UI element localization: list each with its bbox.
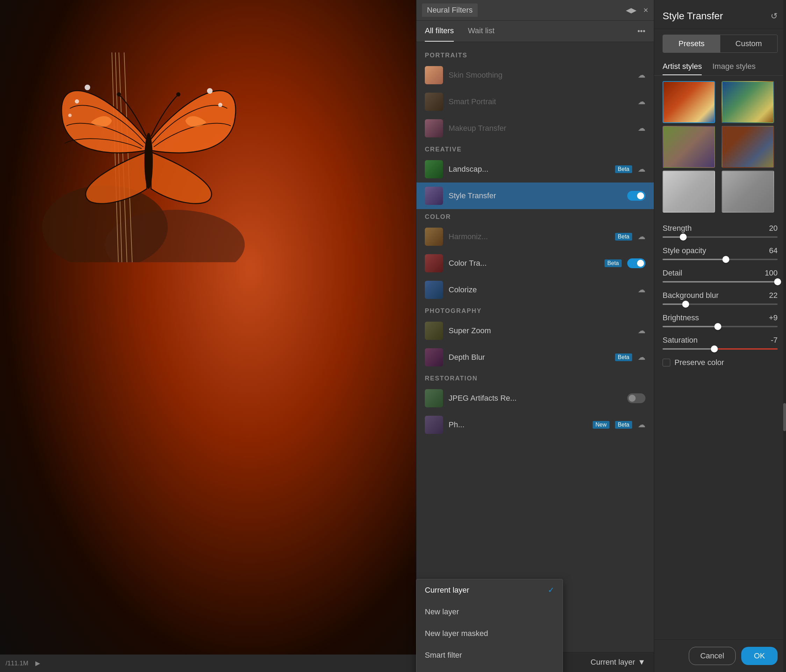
filter-name-super-zoom: Super Zoom	[449, 326, 632, 335]
dropdown-item-new-layer-masked[interactable]: New layer masked	[417, 623, 563, 644]
filter-item-smart-portrait[interactable]: Smart Portrait ☁	[417, 88, 654, 115]
svg-point-7	[75, 99, 79, 104]
section-creative: CREATIVE	[417, 141, 654, 156]
dropdown-item-new-document[interactable]: New document	[417, 666, 563, 672]
slider-value-background-blur: 22	[769, 291, 778, 300]
dropdown-label-current-layer: Current layer	[425, 586, 469, 595]
style-thumb-4[interactable]	[722, 126, 774, 168]
reset-icon[interactable]: ↺	[770, 11, 778, 21]
slider-label-saturation: Saturation	[663, 336, 698, 345]
slider-track-saturation[interactable]	[663, 348, 778, 350]
output-dropdown-menu: Current layer ✓ New layer New layer mask…	[416, 579, 563, 672]
toggle-jpeg-artifacts[interactable]	[627, 393, 645, 403]
cloud-download-icon-2[interactable]: ☁	[638, 97, 645, 106]
slider-value-strength: 20	[769, 224, 778, 233]
filter-item-landscape[interactable]: Landscap... Beta ☁	[417, 156, 654, 182]
dropdown-label-new-layer-masked: New layer masked	[425, 629, 488, 638]
cloud-download-icon-5[interactable]: ☁	[638, 232, 645, 241]
filter-item-style-transfer[interactable]: Style Transfer	[417, 182, 654, 209]
slider-thumb-strength[interactable]	[680, 234, 687, 240]
filter-name-ph: Ph...	[449, 420, 587, 429]
filter-thumb-harmonize	[425, 228, 443, 246]
section-restoration: RESTORATION	[417, 371, 654, 385]
slider-thumb-brightness[interactable]	[714, 323, 721, 330]
slider-row-saturation: Saturation -7	[663, 336, 778, 350]
status-bar: /111.1M ▶	[0, 655, 416, 672]
panel-arrows-icon[interactable]: ◀▶	[626, 6, 637, 14]
cloud-download-icon-8[interactable]: ☁	[638, 353, 645, 362]
badge-beta-ph: Beta	[615, 421, 632, 429]
artist-styles-tab[interactable]: Artist styles	[663, 58, 702, 75]
filter-item-depth-blur[interactable]: Depth Blur Beta ☁	[417, 344, 654, 371]
filter-thumb-colorize	[425, 281, 443, 299]
tab-all-filters[interactable]: All filters	[425, 20, 454, 42]
status-arrow[interactable]: ▶	[35, 659, 40, 667]
panel-tabs: All filters Wait list •••	[417, 20, 654, 42]
slider-track-brightness[interactable]	[663, 326, 778, 327]
presets-tab[interactable]: Presets	[663, 35, 720, 52]
filter-item-makeup-transfer[interactable]: Makeup Transfer ☁	[417, 115, 654, 141]
filter-name-makeup-transfer: Makeup Transfer	[449, 124, 632, 133]
canvas-area: /111.1M ▶	[0, 0, 416, 672]
cloud-download-icon[interactable]: ☁	[638, 71, 645, 80]
slider-row-background-blur: Background blur 22	[663, 291, 778, 305]
filter-item-jpeg-artifacts[interactable]: JPEG Artifacts Re...	[417, 385, 654, 411]
cloud-download-icon-7[interactable]: ☁	[638, 326, 645, 335]
slider-thumb-style-opacity[interactable]	[722, 256, 729, 263]
filter-name-harmonize: Harmoniz...	[449, 232, 610, 241]
filter-name-style-transfer: Style Transfer	[449, 191, 622, 200]
slider-thumb-saturation[interactable]	[711, 345, 718, 352]
slider-track-detail[interactable]	[663, 281, 778, 283]
cancel-button[interactable]: Cancel	[689, 647, 736, 665]
cloud-download-icon-4[interactable]: ☁	[638, 165, 645, 174]
filter-item-super-zoom[interactable]: Super Zoom ☁	[417, 317, 654, 344]
style-thumb-5[interactable]	[663, 171, 715, 213]
dropdown-item-new-layer[interactable]: New layer	[417, 601, 563, 623]
settings-scrollbar[interactable]	[783, 0, 786, 672]
cloud-download-icon-9[interactable]: ☁	[638, 420, 645, 429]
slider-thumb-background-blur[interactable]	[682, 301, 689, 308]
more-options-icon[interactable]: •••	[637, 27, 645, 36]
panel-title-tab[interactable]: Neural Filters	[422, 3, 478, 17]
settings-panel: Style Transfer ↺ Presets Custom Artist s…	[654, 0, 786, 672]
custom-tab[interactable]: Custom	[720, 35, 778, 52]
settings-scrollbar-thumb[interactable]	[783, 403, 786, 431]
output-value[interactable]: Current layer ▼	[591, 658, 645, 667]
filter-item-harmonize[interactable]: Harmoniz... Beta ☁	[417, 223, 654, 250]
settings-title: Style Transfer	[663, 11, 723, 22]
close-icon[interactable]: ×	[643, 5, 648, 15]
dropdown-label-new-layer: New layer	[425, 607, 459, 616]
neural-filters-panel: Neural Filters ◀▶ × All filters Wait lis…	[416, 0, 654, 672]
svg-point-13	[176, 92, 181, 96]
slider-thumb-detail[interactable]	[774, 278, 781, 285]
slider-track-strength[interactable]	[663, 236, 778, 238]
svg-point-10	[218, 103, 222, 107]
slider-track-background-blur[interactable]	[663, 303, 778, 305]
style-thumb-1[interactable]	[663, 81, 715, 123]
cloud-download-icon-6[interactable]: ☁	[638, 285, 645, 294]
preserve-color-checkbox[interactable]	[663, 359, 670, 366]
filter-name-depth-blur: Depth Blur	[449, 353, 610, 362]
dropdown-item-current-layer[interactable]: Current layer ✓	[417, 579, 563, 601]
style-thumb-3[interactable]	[663, 126, 715, 168]
ok-button[interactable]: OK	[741, 647, 778, 665]
slider-label-brightness: Brightness	[663, 313, 699, 322]
slider-label-strength: Strength	[663, 224, 692, 233]
panel-header: Neural Filters ◀▶ ×	[417, 0, 654, 20]
toggle-style-transfer[interactable]	[627, 191, 645, 201]
filter-list: PORTRAITS Skin Smoothing ☁ Smart Portrai…	[417, 42, 654, 652]
image-styles-tab[interactable]: Image styles	[712, 58, 756, 75]
filter-item-color-transfer[interactable]: Color Tra... Beta	[417, 250, 654, 276]
style-thumb-2[interactable]	[722, 81, 774, 123]
toggle-color-transfer[interactable]	[627, 258, 645, 268]
filter-item-skin-smoothing[interactable]: Skin Smoothing ☁	[417, 62, 654, 88]
cloud-download-icon-3[interactable]: ☁	[638, 124, 645, 133]
filter-item-colorize[interactable]: Colorize ☁	[417, 276, 654, 303]
slider-track-style-opacity[interactable]	[663, 259, 778, 260]
style-thumb-6[interactable]	[722, 171, 774, 213]
dropdown-item-smart-filter[interactable]: Smart filter	[417, 644, 563, 666]
filter-item-ph[interactable]: Ph... New Beta ☁	[417, 411, 654, 438]
slider-label-background-blur: Background blur	[663, 291, 718, 300]
status-text: /111.1M	[6, 660, 28, 667]
tab-wait-list[interactable]: Wait list	[468, 20, 494, 42]
